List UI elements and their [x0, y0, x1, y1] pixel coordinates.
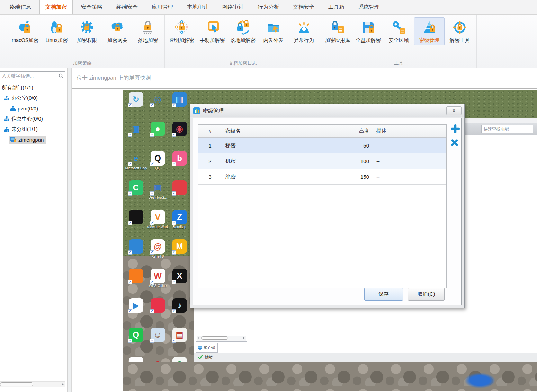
tree-item-pzm(0/0)[interactable]: pzm(0/0)	[0, 103, 67, 114]
tree-item-所有部门(1/1)[interactable]: 所有部门(1/1)	[0, 82, 67, 93]
scroll-right-arrow-icon[interactable]	[62, 383, 64, 386]
recycle-bin-icon: ↻↗	[129, 92, 143, 107]
music-app-icon: ◉↗	[172, 122, 187, 136]
tab-4[interactable]: 终端安全	[111, 0, 143, 14]
ribbon-button-label: 密级管理	[419, 37, 439, 44]
target-lock-icon	[452, 20, 468, 36]
ribbon-toolbar: 密macOS加密Linux加密加密权限加密网关落地加密加密策略透明加解密手动加解…	[0, 15, 537, 68]
remote-desktop-icons: ↻↗◎↗▥↗▣↗●↗◉↗e↗Microsoft EdgeQ↗QQb↗C↗▣↗De…	[125, 92, 193, 386]
ribbon-group-label: 加密策略	[0, 59, 164, 66]
shortcut-badge-icon: ↗	[128, 103, 132, 107]
ribbon-group-label: 文档加密日志	[165, 59, 321, 66]
dialog-title-bar: 密级管理	[190, 104, 464, 117]
keyword-filter-input[interactable]	[0, 71, 65, 80]
tab-2[interactable]: 文档加密	[39, 0, 73, 14]
sidebar-horizontal-scrollbar[interactable]	[0, 381, 65, 387]
iqiyi-icon: Q↗	[125, 328, 147, 357]
ribbon-button-透明加解密[interactable]: 透明加解密	[166, 17, 197, 45]
xiaohongshu-icon: ↗	[172, 180, 187, 195]
ribbon-button-密级管理[interactable]: 密级管理	[414, 17, 445, 45]
desktop-icon-label: QQ	[155, 166, 161, 170]
wps-icon: W↗	[151, 269, 165, 283]
ready-check-icon	[198, 355, 203, 359]
shortcut-badge-icon: ↗	[150, 162, 154, 166]
remote-client-tab: 客户端	[196, 343, 218, 353]
shortcut-badge-icon: ↗	[172, 221, 176, 225]
tab-8[interactable]: 行为分析	[252, 0, 285, 14]
org-icon	[4, 127, 9, 132]
pyramid-lock-icon	[421, 20, 437, 36]
security-level-table: #密级名高度描述1秘密50--2机密100--3绝密150--	[198, 124, 447, 288]
ribbon-group-2: 透明加解密手动加解密落地加解密内发外发异常行为文档加密日志	[165, 15, 321, 68]
ribbon-button-异常行为[interactable]: 异常行为	[289, 17, 319, 45]
xiaohongshu-icon: ↗	[169, 180, 190, 210]
ribbon-button-加密网关[interactable]: 加密网关	[102, 17, 133, 45]
add-row-button[interactable]	[451, 124, 460, 133]
desktop-icon-label: Microsoft Edge	[125, 166, 147, 170]
ribbon-button-手动加解密[interactable]: 手动加解密	[197, 17, 228, 45]
ribbon-button-Linux加密[interactable]: Linux加密	[41, 17, 72, 45]
ribbon-button-加密权限[interactable]: 加密权限	[72, 17, 102, 45]
monitor-icon	[198, 346, 202, 350]
bilibili-icon: b↗	[169, 151, 190, 180]
department-sidebar: 所有部门(1/1)办公室(0/0)pzm(0/0)信息中心(0/0)未分组(1/…	[0, 68, 68, 392]
iqiyi-icon: Q↗	[129, 328, 143, 342]
wallpaper-stones-bottom	[123, 362, 537, 391]
delete-row-button[interactable]	[451, 139, 460, 148]
cancel-button[interactable]: 取消(C)	[408, 288, 445, 301]
table-row-秘密[interactable]: 1秘密50--	[198, 138, 446, 153]
ribbon-button-安全区域[interactable]: 安全区域	[384, 17, 414, 45]
close-button[interactable]: x	[446, 106, 462, 115]
ribbon-button-全盘加解密[interactable]: 全盘加解密	[353, 17, 384, 45]
tab-11[interactable]: 系统管理	[353, 0, 385, 14]
ribbon-button-密[interactable]: 密	[0, 17, 9, 45]
cell: --	[373, 153, 446, 169]
tiktok-icon: ♪↗	[172, 298, 187, 313]
save-button[interactable]: 保存	[364, 288, 403, 301]
tab-9[interactable]: 文档安全	[287, 0, 320, 14]
tab-3[interactable]: 安全策略	[75, 0, 108, 14]
floppy-lock-icon	[360, 20, 376, 36]
ribbon-button-label: 解密工具	[450, 37, 470, 44]
tree-item-办公室(0/0)[interactable]: 办公室(0/0)	[0, 93, 67, 103]
table-row-绝密[interactable]: 3绝密150--	[198, 169, 446, 185]
tab-10[interactable]: 工具箱	[323, 0, 350, 14]
app-window: 终端信息文档加密安全策略终端安全应用管理本地审计网络审计行为分析文档安全工具箱系…	[0, 0, 537, 392]
siren-icon	[296, 20, 312, 36]
bilibili-icon: b↗	[172, 151, 187, 166]
ribbon-button-内发外发[interactable]: 内发外发	[258, 17, 289, 45]
shortcut-badge-icon: ↗	[128, 309, 132, 313]
cell: 150	[321, 169, 373, 184]
ribbon-button-解密工具[interactable]: 解密工具	[445, 17, 475, 45]
tree-item-zimengpan[interactable]: zimengpan	[0, 134, 67, 145]
computer-lock-icon	[10, 137, 16, 142]
ribbon-button-label: 落地加解密	[230, 37, 256, 44]
scrollbar-thumb[interactable]	[0, 382, 33, 386]
black-green-app-icon: ↗	[125, 210, 147, 239]
ribbon-button-落地加解密[interactable]: 落地加解密	[227, 17, 258, 45]
folder-arrow-icon	[266, 20, 281, 36]
tab-7[interactable]: 网络审计	[217, 0, 249, 14]
splitter[interactable]	[68, 68, 72, 392]
table-row-机密[interactable]: 2机密100--	[198, 153, 446, 169]
beauty-cam-icon: ↗	[147, 298, 169, 328]
column-header-高度: 高度	[321, 125, 373, 137]
tab-5[interactable]: 应用管理	[146, 0, 179, 14]
shortcut-badge-icon: ↗	[150, 103, 154, 107]
shortcut-badge-icon: ↗	[150, 309, 154, 313]
avatar-icon: ☺↗	[151, 328, 165, 342]
ribbon-button-label: macOS加密	[12, 37, 38, 44]
ribbon-button-加密应用库[interactable]: 加密应用库	[322, 17, 353, 45]
tree-item-信息中心(0/0)[interactable]: 信息中心(0/0)	[0, 114, 67, 124]
ribbon-button-落地加密[interactable]: 落地加密	[133, 17, 163, 45]
cell: 绝密	[222, 169, 321, 184]
tree-item-未分组(1/1)[interactable]: 未分组(1/1)	[0, 124, 67, 134]
top-tab-bar: 终端信息文档加密安全策略终端安全应用管理本地审计网络审计行为分析文档安全工具箱系…	[0, 0, 537, 15]
ribbon-button-label: 加密网关	[107, 37, 127, 44]
tab-6[interactable]: 本地审计	[181, 0, 214, 14]
bandizip-icon: Z↗	[172, 210, 187, 224]
tab-1[interactable]: 终端信息	[4, 0, 37, 14]
desktops-icon: ▣↗	[151, 180, 165, 195]
ribbon-button-macOS加密[interactable]: macOS加密	[9, 17, 41, 45]
scroll-left-arrow-icon	[198, 337, 199, 339]
